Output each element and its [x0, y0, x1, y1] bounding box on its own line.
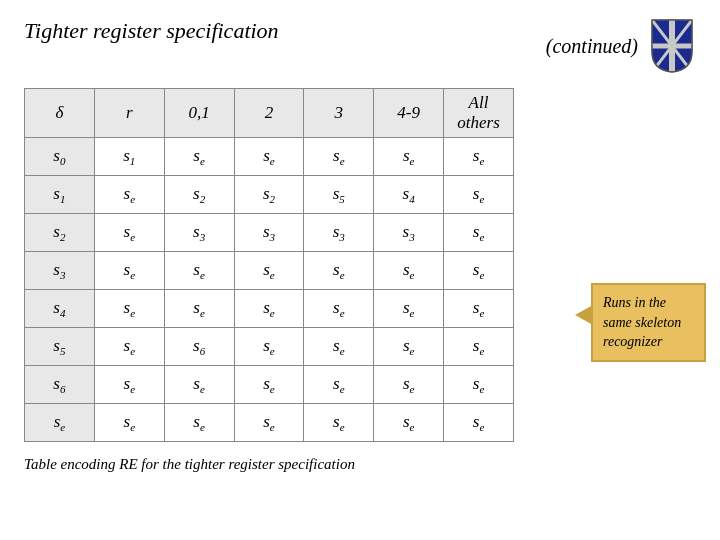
cell: se [444, 290, 514, 328]
footer-caption: Table encoding RE for the tighter regist… [24, 456, 696, 473]
row-s4: s4 [25, 290, 95, 328]
col-header-3: 3 [304, 89, 374, 138]
cell: se [374, 328, 444, 366]
table-row: s0 s1 se se se se se [25, 138, 514, 176]
cell: se [304, 328, 374, 366]
table-row: se se se se se se se [25, 404, 514, 442]
cell: s1 [94, 138, 164, 176]
callout-text: Runs in the same skeleton recognizer [603, 295, 681, 349]
cell: se [374, 404, 444, 442]
row-s2: s2 [25, 214, 95, 252]
header: Tighter register specification (continue… [24, 18, 696, 74]
cell: s3 [234, 214, 304, 252]
continued-label: (continued) [546, 35, 638, 58]
cell: se [444, 176, 514, 214]
cell: s4 [374, 176, 444, 214]
col-header-49: 4-9 [374, 89, 444, 138]
cell: se [444, 252, 514, 290]
cell: se [444, 366, 514, 404]
cell: se [164, 366, 234, 404]
row-se: se [25, 404, 95, 442]
cell: s3 [304, 214, 374, 252]
cell: s3 [164, 214, 234, 252]
row-s1: s1 [25, 176, 95, 214]
cell: se [164, 252, 234, 290]
table-container: δ r 0,1 2 3 4-9 Allothers s0 s1 se se se… [24, 88, 696, 442]
col-header-r: r [94, 89, 164, 138]
table-row: s3 se se se se se se [25, 252, 514, 290]
callout-box: Runs in the same skeleton recognizer [591, 283, 706, 362]
page-title: Tighter register specification [24, 18, 279, 44]
cell: s5 [304, 176, 374, 214]
page: Tighter register specification (continue… [0, 0, 720, 491]
cell: se [234, 366, 304, 404]
header-right: (continued) [546, 18, 696, 74]
cell: se [444, 214, 514, 252]
cell: se [164, 138, 234, 176]
cell: se [374, 290, 444, 328]
cell: se [374, 138, 444, 176]
cell: se [234, 252, 304, 290]
cell: se [94, 404, 164, 442]
table-row: s1 se s2 s2 s5 s4 se [25, 176, 514, 214]
callout-arrow-icon [575, 305, 593, 325]
cell: se [94, 252, 164, 290]
cell: se [374, 366, 444, 404]
table-header-row: δ r 0,1 2 3 4-9 Allothers [25, 89, 514, 138]
col-header-2: 2 [234, 89, 304, 138]
cell: se [94, 176, 164, 214]
cell: s2 [234, 176, 304, 214]
cell: se [94, 214, 164, 252]
table-row: s6 se se se se se se [25, 366, 514, 404]
row-s5: s5 [25, 328, 95, 366]
row-s3: s3 [25, 252, 95, 290]
cell: se [164, 290, 234, 328]
col-header-01: 0,1 [164, 89, 234, 138]
cell: se [304, 138, 374, 176]
col-header-allothers: Allothers [444, 89, 514, 138]
col-header-delta: δ [25, 89, 95, 138]
row-s0: s0 [25, 138, 95, 176]
table-row: s2 se s3 s3 s3 s3 se [25, 214, 514, 252]
cell: se [94, 328, 164, 366]
cell: se [304, 404, 374, 442]
cell: se [304, 290, 374, 328]
cell: se [94, 366, 164, 404]
table-row: s4 se se se se se se [25, 290, 514, 328]
cell: s6 [164, 328, 234, 366]
cell: se [304, 366, 374, 404]
shield-logo-icon [648, 18, 696, 74]
cell: se [234, 328, 304, 366]
cell: s3 [374, 214, 444, 252]
row-s6: s6 [25, 366, 95, 404]
cell: se [374, 252, 444, 290]
cell: se [444, 404, 514, 442]
cell: se [234, 290, 304, 328]
cell: se [94, 290, 164, 328]
cell: se [444, 328, 514, 366]
table-row: s5 se s6 se se se se [25, 328, 514, 366]
cell: se [444, 138, 514, 176]
cell: se [164, 404, 234, 442]
cell: s2 [164, 176, 234, 214]
cell: se [234, 138, 304, 176]
cell: se [234, 404, 304, 442]
cell: se [304, 252, 374, 290]
register-table: δ r 0,1 2 3 4-9 Allothers s0 s1 se se se… [24, 88, 514, 442]
